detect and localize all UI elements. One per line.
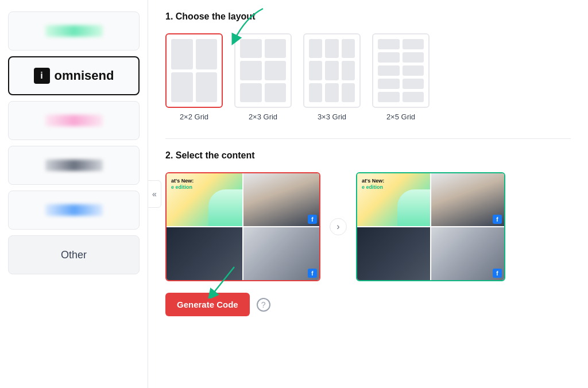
layout-cell (403, 39, 424, 49)
fb-badge-preview-2: f (493, 215, 502, 224)
preview-cell-3 (357, 227, 430, 280)
layout-cell (403, 65, 424, 76)
sidebar-item-omnisend[interactable]: i omnisend (8, 56, 140, 95)
source-cell-3 (167, 227, 242, 280)
layout-cell (342, 61, 355, 80)
fb-badge-preview-4: f (493, 269, 502, 278)
omnisend-label: omnisend (55, 68, 114, 83)
next-arrow-button[interactable]: › (330, 218, 347, 235)
layout-cell (240, 83, 262, 102)
layout-cell (240, 61, 262, 80)
sidebar-item-5-logo (45, 204, 103, 216)
layout-cell (342, 39, 355, 58)
layout-option-2x3[interactable]: 2×3 Grid (234, 33, 292, 121)
sidebar-item-other[interactable]: Other (8, 235, 140, 274)
layout-preview-3x3 (303, 33, 361, 108)
layout-cell (403, 79, 424, 89)
layout-option-3x3[interactable]: 3×3 Grid (303, 33, 361, 121)
layout-cell (378, 92, 400, 102)
other-label: Other (61, 249, 87, 261)
sidebar-item-3-logo (45, 115, 103, 126)
layout-label-3x3: 3×3 Grid (318, 112, 346, 121)
section1-title: 1. Choose the layout (165, 11, 571, 22)
layout-cell (378, 39, 400, 49)
main-content: 1. Choose the layout 2×2 Grid (148, 0, 588, 388)
overlay-text-1: at's New: e edition (171, 178, 194, 191)
omnisend-icon: i (34, 68, 50, 84)
layout-label-2x5: 2×5 Grid (386, 112, 415, 121)
preview-cell-4: f (431, 227, 504, 280)
layout-option-2x5[interactable]: 2×5 Grid (372, 33, 430, 121)
content-section: 2. Select the content at's New: e editio… (165, 150, 571, 316)
help-icon-label: ? (261, 300, 266, 309)
layout-preview-2x3 (234, 33, 292, 108)
layout-cell (240, 39, 262, 58)
layout-section: 1. Choose the layout 2×2 Grid (165, 11, 571, 121)
layout-cell (171, 72, 193, 103)
layout-cell (265, 39, 287, 58)
layout-cell (196, 39, 218, 69)
generate-code-button[interactable]: Generate Code (165, 293, 250, 316)
layout-cell (309, 39, 322, 58)
source-cell-2: f (243, 173, 319, 226)
sidebar-collapse-button[interactable]: « (148, 180, 161, 208)
source-cell-4: f (243, 227, 319, 280)
layout-cell (378, 79, 400, 89)
overlay-text-preview-1: at's New: e edition (362, 178, 384, 191)
help-icon[interactable]: ? (257, 298, 270, 312)
layout-cell (325, 61, 338, 80)
layout-cell (171, 39, 193, 69)
source-grid-cells: at's New: e edition f f (167, 173, 319, 280)
layout-cell (378, 52, 400, 63)
sidebar-item-5[interactable] (8, 191, 140, 230)
fb-badge-2: f (308, 215, 317, 224)
layout-cell (378, 65, 400, 76)
sidebar-item-1-logo (45, 25, 103, 37)
layout-cell (309, 83, 322, 102)
layout-cell (342, 83, 355, 102)
sidebar-item-3[interactable] (8, 101, 140, 140)
layout-preview-2x2 (165, 33, 223, 108)
layout-cell (265, 83, 287, 102)
next-arrow-icon: › (336, 222, 339, 232)
layout-cell (325, 39, 338, 58)
section-divider (165, 138, 571, 139)
sidebar-item-1[interactable] (8, 11, 140, 51)
preview-cell-2: f (431, 173, 504, 226)
collapse-icon: « (152, 189, 157, 199)
content-preview-grid[interactable]: at's New: e edition f f (356, 172, 505, 281)
layout-cell (265, 61, 287, 80)
preview-cell-1: at's New: e edition (357, 173, 430, 226)
omnisend-logo: i omnisend (34, 68, 114, 84)
content-source-grid[interactable]: at's New: e edition f f (165, 172, 320, 281)
sidebar-item-4[interactable] (8, 146, 140, 185)
layout-preview-2x5 (372, 33, 430, 108)
layout-options: 2×2 Grid 2×3 Grid (165, 33, 571, 121)
layout-cell (403, 52, 424, 63)
generate-area: Generate Code ? (165, 293, 571, 316)
source-cell-1: at's New: e edition (167, 173, 242, 226)
section2-title: 2. Select the content (165, 150, 571, 161)
layout-option-2x2[interactable]: 2×2 Grid (165, 33, 223, 121)
layout-label-2x3: 2×3 Grid (249, 112, 277, 121)
layout-cell (403, 92, 424, 102)
sidebar: i omnisend Other (0, 0, 148, 388)
content-picker: at's New: e edition f f (165, 172, 571, 281)
layout-cell (309, 61, 322, 80)
sidebar-item-4-logo (45, 160, 103, 171)
layout-cell (196, 72, 218, 103)
layout-cell (325, 83, 338, 102)
preview-grid-cells: at's New: e edition f f (357, 173, 504, 280)
arrow-to-omnisend (148, 0, 183, 6)
fb-badge-4: f (308, 269, 317, 278)
layout-label-2x2: 2×2 Grid (180, 112, 208, 121)
